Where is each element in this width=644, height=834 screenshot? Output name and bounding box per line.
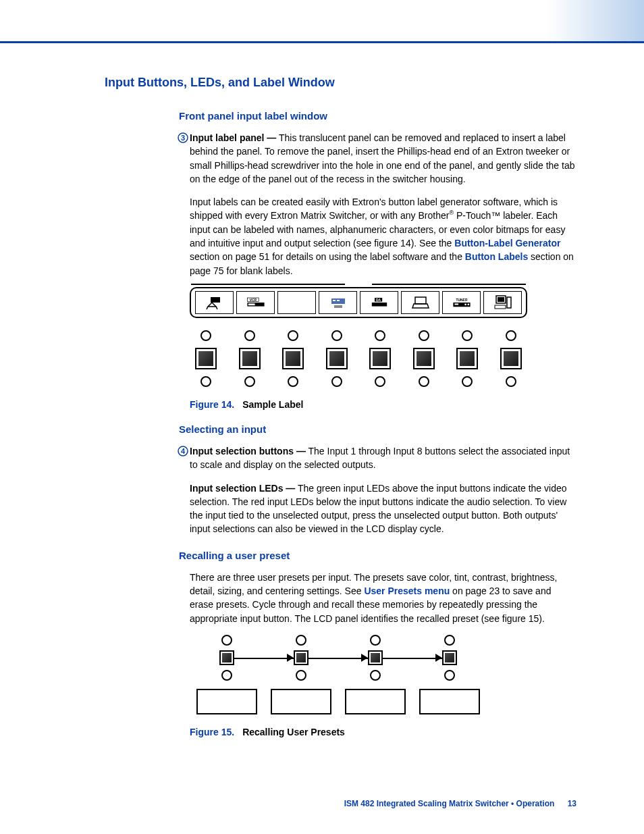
led-top-6	[419, 330, 429, 341]
top-accent-bar	[0, 0, 644, 43]
pc-icon	[493, 294, 512, 311]
tuner-icon: TUNER	[452, 294, 471, 311]
camera-icon	[205, 294, 224, 311]
svg-point-22	[464, 303, 466, 305]
arrow-icon	[361, 654, 368, 662]
fig15-led-top-4	[444, 635, 455, 646]
input-button-2[interactable]	[239, 348, 261, 369]
section2-para2: Input selection LEDs — The green input L…	[190, 481, 576, 536]
input-button-3[interactable]	[282, 348, 304, 369]
fig15-button-1[interactable]	[219, 650, 234, 665]
fig15-led-top-2	[296, 635, 306, 646]
led-bottom-5	[375, 376, 385, 387]
lcd-panel-2	[271, 689, 331, 714]
lcd-panel-1	[196, 689, 257, 714]
led-button-row	[190, 330, 527, 387]
svg-rect-21	[454, 303, 458, 305]
link-user-presets-menu[interactable]: User Presets menu	[364, 585, 450, 596]
da-icon: DA	[370, 294, 389, 311]
fig15-button-4[interactable]	[442, 650, 457, 665]
heading-main: Input Buttons, LEDs, and Label Window	[105, 76, 576, 90]
label-cell-camera	[195, 291, 234, 314]
svg-rect-2	[211, 297, 220, 303]
svg-text:TUNER: TUNER	[456, 298, 467, 302]
link-button-label-generator[interactable]: Button-Label Generator	[454, 238, 560, 249]
fig15-led-top-1	[221, 635, 232, 646]
fig15-button-2[interactable]	[294, 650, 308, 665]
svg-rect-13	[334, 305, 342, 308]
led-bottom-1	[200, 376, 211, 387]
svg-text:VCR: VCR	[249, 298, 257, 302]
label-cell-modem	[319, 291, 357, 314]
footer-text: ISM 482 Integrated Scaling Matrix Switch…	[344, 799, 555, 808]
input-button-6[interactable]	[413, 348, 435, 369]
svg-line-5	[216, 307, 217, 309]
led-bottom-3	[288, 376, 298, 387]
label-cell-da: DA	[360, 291, 398, 314]
svg-marker-18	[412, 304, 429, 308]
input-button-7[interactable]	[456, 348, 478, 369]
strip-top-ticks	[191, 284, 526, 288]
led-top-5	[375, 330, 385, 341]
led-bottom-4	[331, 376, 342, 387]
fig15-button-3[interactable]	[368, 650, 383, 665]
callout-number-3-icon: 3	[178, 132, 190, 143]
fig15-led-bottom-1	[221, 670, 232, 681]
input-button-1[interactable]	[195, 348, 217, 369]
led-bottom-7	[462, 376, 473, 387]
led-bottom-6	[419, 376, 429, 387]
lcd-panel-3	[345, 689, 406, 714]
led-bottom-8	[506, 376, 516, 387]
figure-15-caption: Figure 15.Recalling User Presets	[190, 727, 576, 737]
input-button-8[interactable]	[500, 348, 522, 369]
label-strip: VCR DA TUNER	[190, 287, 527, 318]
figure-14-number: Figure 14.	[190, 399, 234, 410]
callout-3-text: Input label panel — This translucent pan…	[190, 131, 576, 186]
input-button-4[interactable]	[326, 348, 348, 369]
svg-rect-9	[248, 303, 254, 305]
vcr-icon: VCR	[246, 294, 265, 311]
svg-point-23	[467, 303, 469, 305]
svg-rect-26	[507, 297, 511, 308]
svg-marker-3	[208, 303, 216, 307]
svg-rect-27	[495, 305, 506, 309]
arrow-icon	[287, 654, 294, 662]
heading-front-panel: Front panel input label window	[179, 110, 576, 122]
callout-4-text: Input selection buttons — The Input 1 th…	[190, 444, 576, 472]
led-top-1	[200, 330, 211, 341]
input-selection-buttons-label: Input selection buttons —	[190, 446, 306, 457]
callout-4-row: 4 Input selection buttons — The Input 1 …	[178, 444, 576, 472]
svg-rect-16	[371, 303, 386, 307]
heading-recalling-preset: Recalling a user preset	[179, 550, 576, 561]
figure-14-caption: Figure 14.Sample Label	[190, 399, 576, 410]
fig15-led-bottom-2	[296, 670, 306, 681]
label-cell-vcr: VCR	[236, 291, 275, 314]
section1-para2c: section on page 51 for details on using …	[190, 251, 465, 262]
led-top-3	[288, 330, 298, 341]
input-button-5[interactable]	[369, 348, 391, 369]
input-label-panel-label: Input label panel —	[190, 132, 276, 143]
led-top-8	[506, 330, 516, 341]
led-top-7	[462, 330, 473, 341]
svg-text:3: 3	[181, 134, 185, 142]
link-button-labels[interactable]: Button Labels	[465, 251, 528, 262]
section1-para2: Input labels can be created easily with …	[190, 195, 576, 278]
svg-text:4: 4	[181, 447, 186, 455]
modem-icon	[329, 294, 348, 311]
led-top-2	[244, 330, 255, 341]
svg-line-4	[207, 307, 208, 309]
svg-rect-12	[337, 300, 340, 301]
page-content: Input Buttons, LEDs, and Label Window Fr…	[0, 43, 644, 737]
label-cell-blank	[277, 291, 316, 314]
label-cell-laptop	[401, 291, 439, 314]
fig15-led-top-3	[370, 635, 381, 646]
footer-page-number: 13	[568, 799, 576, 808]
section3-para1: There are three user presets per input. …	[190, 571, 576, 625]
heading-selecting-input: Selecting an input	[179, 423, 576, 435]
led-bottom-2	[244, 376, 255, 387]
input-selection-leds-label: Input selection LEDs —	[190, 483, 295, 494]
svg-rect-25	[498, 297, 504, 302]
label-cell-tuner: TUNER	[442, 291, 481, 314]
label-cell-pc	[483, 291, 522, 314]
lcd-panel-4	[419, 689, 480, 714]
